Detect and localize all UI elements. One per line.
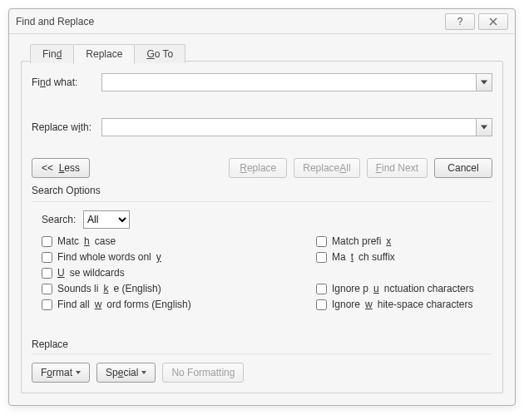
options-columns: Match case Find whole words only Use wil… <box>42 235 492 310</box>
titlebar: Find and Replace ? <box>9 9 515 34</box>
word-forms-checkbox[interactable]: Find all word forms (English) <box>42 299 316 310</box>
replace-with-label: Replace with: <box>32 121 101 133</box>
match-case-checkbox[interactable]: Match case <box>42 235 316 247</box>
whole-words-checkbox[interactable]: Find whole words only <box>42 251 316 263</box>
replace-footer: Replace Format Special No Formatting <box>32 338 492 383</box>
tab-goto[interactable]: Go To <box>134 44 185 63</box>
dialog-body: Find Replace Go To Find what: Replace wi… <box>9 34 515 405</box>
sounds-like-checkbox[interactable]: Sounds like (English) <box>42 283 316 294</box>
format-button[interactable]: Format <box>32 363 90 383</box>
wildcards-checkbox[interactable]: Use wildcards <box>42 267 316 279</box>
search-label: Search: <box>42 214 83 225</box>
chevron-down-icon <box>141 371 146 374</box>
ignore-ws-checkbox[interactable]: Ignore white-space characters <box>316 299 492 310</box>
ignore-punct-checkbox[interactable]: Ignore punctuation characters <box>316 283 492 294</box>
replace-section-label: Replace <box>32 338 492 350</box>
options-col-left: Match case Find whole words only Use wil… <box>42 235 316 310</box>
chevron-down-icon <box>481 80 487 85</box>
no-formatting-button[interactable]: No Formatting <box>162 363 244 383</box>
find-next-button[interactable]: Find Next <box>367 158 428 178</box>
match-suffix-checkbox[interactable]: Match suffix <box>316 251 492 263</box>
tab-strip: Find Replace Go To <box>30 44 185 63</box>
replace-with-input[interactable] <box>101 118 476 136</box>
find-replace-dialog: Find and Replace ? Find Replace Go To Fi… <box>8 8 516 406</box>
dialog-title: Find and Replace <box>16 16 442 27</box>
chevron-down-icon <box>76 371 81 374</box>
find-what-label: Find what: <box>32 77 101 88</box>
search-options-label: Search Options <box>32 185 492 196</box>
find-what-combo <box>101 73 492 91</box>
replace-with-dropdown[interactable] <box>476 118 492 136</box>
find-what-dropdown[interactable] <box>476 73 492 91</box>
action-button-row: << Less Replace Replace All Find Next Ca… <box>32 158 492 178</box>
chevron-down-icon <box>481 125 487 130</box>
tab-replace[interactable]: Replace <box>73 44 135 64</box>
search-options-area: Search: All Match case Find whole words … <box>32 201 492 310</box>
replace-with-row: Replace with: <box>32 118 492 136</box>
replace-button[interactable]: Replace <box>229 158 287 178</box>
special-button[interactable]: Special <box>96 363 156 383</box>
cancel-button[interactable]: Cancel <box>434 158 492 178</box>
tab-find[interactable]: Find <box>30 44 74 63</box>
less-button[interactable]: << Less <box>32 158 90 178</box>
replace-with-combo <box>101 118 492 136</box>
replace-all-button[interactable]: Replace All <box>294 158 359 178</box>
find-what-row: Find what: <box>32 73 492 91</box>
find-what-input[interactable] <box>101 73 476 91</box>
main-panel: Find Replace Go To Find what: Replace wi… <box>21 61 503 393</box>
search-direction-select[interactable]: All <box>83 210 130 229</box>
help-button[interactable]: ? <box>445 13 475 30</box>
match-prefix-checkbox[interactable]: Match prefix <box>316 235 492 247</box>
close-button[interactable] <box>478 13 508 30</box>
options-col-right: Match prefix Match suffix Ignore punctua… <box>316 235 492 310</box>
search-direction-row: Search: All <box>42 210 492 229</box>
footer-buttons: Format Special No Formatting <box>32 353 492 383</box>
